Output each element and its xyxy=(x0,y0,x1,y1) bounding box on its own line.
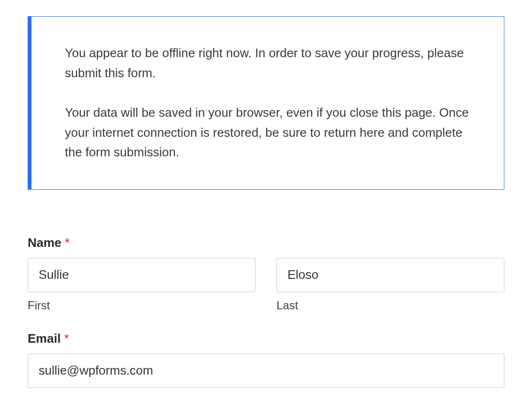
offline-notice-line-1: You appear to be offline right now. In o… xyxy=(65,43,471,83)
first-name-col: First xyxy=(28,258,256,312)
offline-notice-line-2: Your data will be saved in your browser,… xyxy=(65,103,471,163)
required-mark: * xyxy=(64,331,69,346)
last-name-input[interactable] xyxy=(276,258,504,292)
first-name-input[interactable] xyxy=(28,258,256,292)
first-name-sublabel: First xyxy=(28,299,256,312)
email-field-group: Email * xyxy=(28,331,504,388)
required-mark: * xyxy=(65,235,70,250)
last-name-sublabel: Last xyxy=(276,299,504,312)
last-name-col: Last xyxy=(276,258,504,312)
name-field-group: Name * First Last xyxy=(28,235,504,312)
name-label-text: Name xyxy=(28,235,61,250)
name-label: Name * xyxy=(28,235,504,250)
offline-notice: You appear to be offline right now. In o… xyxy=(28,16,504,190)
email-label: Email * xyxy=(28,331,504,346)
email-input[interactable] xyxy=(28,354,504,388)
name-row: First Last xyxy=(28,258,504,312)
email-label-text: Email xyxy=(28,331,61,346)
